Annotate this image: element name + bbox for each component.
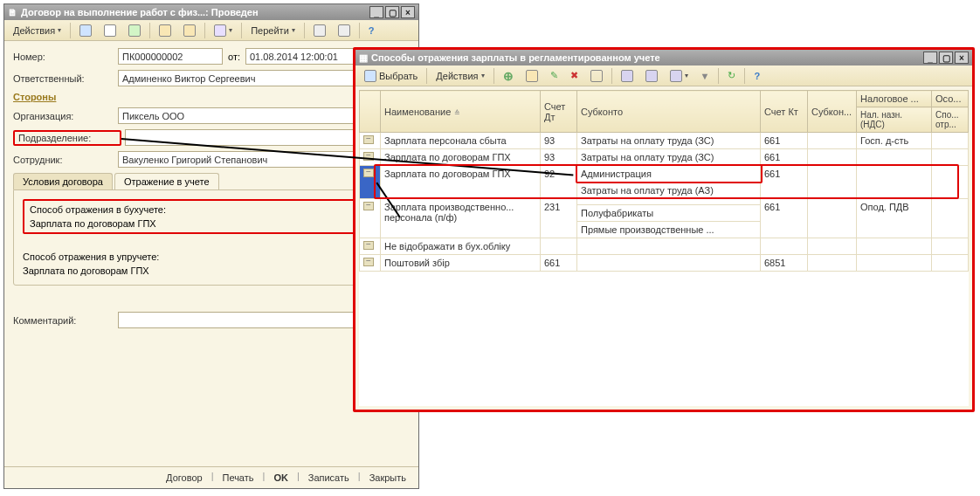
toolbar-icon[interactable] (209, 22, 238, 39)
help-icon[interactable]: ? (363, 22, 380, 39)
toolbar: Выбрать Действия ⊕ ✎ ✖ ▼ ↻ ? (355, 65, 972, 86)
window-title: Договор на выполнение работ с физ...: Пр… (21, 7, 368, 17)
table-row[interactable]: Зарплата персонала сбыта 93 Затраты на о… (360, 133, 969, 149)
app-icon: ▦ (359, 52, 368, 64)
goto-menu[interactable]: Перейти (245, 22, 300, 39)
print-button[interactable]: Печать (217, 471, 259, 485)
col-subkt[interactable]: Субкон... (808, 91, 857, 133)
col-name[interactable]: Наименование≙ (381, 91, 541, 133)
ot-label: от: (228, 52, 240, 62)
footer: Договор| Печать| OK| Записать| Закрыть (4, 466, 418, 488)
minimize-button[interactable]: _ (923, 52, 937, 64)
date-input[interactable]: 01.08.2014 12:00:01 (245, 48, 359, 65)
toolbar-icon[interactable] (178, 22, 201, 39)
toolbar-icon[interactable] (665, 67, 694, 85)
toolbar-icon[interactable] (616, 67, 638, 85)
table-row[interactable]: Зарплата по договорам ГПХ 92 Администрац… (360, 166, 969, 183)
responsible-label: Ответственный: (13, 73, 118, 84)
toolbar-icon[interactable] (308, 22, 331, 39)
mgmt-method-label: Способ отражения в упручете: (23, 251, 400, 262)
maximize-button[interactable]: ▢ (939, 52, 953, 64)
mgmt-method-input[interactable]: Зарплата по договорам ГПХ (23, 265, 400, 276)
minimize-button[interactable]: _ (369, 6, 383, 18)
copy-icon[interactable] (521, 67, 543, 85)
reflection-table[interactable]: Наименование≙ Счет Дт Субконто Счет Кт С… (359, 90, 969, 272)
window-title: Способы отражения зарплаты в регламентир… (371, 52, 921, 63)
col-kt[interactable]: Счет Кт (761, 91, 808, 133)
toolbar-icon[interactable] (99, 22, 121, 39)
edit-icon[interactable]: ✎ (545, 67, 563, 85)
maximize-button[interactable]: ▢ (385, 6, 399, 18)
dogovor-button[interactable]: Договор (161, 471, 208, 485)
dept-label: Подразделение: (18, 133, 116, 143)
number-input[interactable]: ПК000000002 (118, 48, 223, 65)
close-button[interactable]: × (955, 52, 969, 64)
col-nds[interactable]: Нал. назн. (НДС) (857, 107, 932, 133)
table-row[interactable]: Не відображати в бух.обліку (360, 238, 969, 255)
tab-conditions[interactable]: Условия договора (13, 173, 113, 189)
toolbar-icon[interactable] (123, 22, 146, 39)
emp-label: Сотрудник: (13, 155, 118, 165)
table-row[interactable]: Зарплата производственно... персонала (п… (360, 199, 969, 205)
help-icon[interactable]: ? (749, 67, 765, 85)
title-bar: 🗎 Договор на выполнение работ с физ...: … (4, 4, 418, 20)
tab-reflection[interactable]: Отражение в учете (114, 173, 219, 189)
table-row[interactable]: Поштовий збір 661 6851 (360, 255, 969, 272)
delete-icon[interactable]: ✖ (565, 67, 583, 85)
col-oso[interactable]: Осо... (932, 91, 969, 107)
col-sub[interactable]: Субконто (577, 91, 761, 133)
table-row[interactable]: Зарплата по договорам ГПХ 93 Затраты на … (360, 149, 969, 166)
toolbar-icon[interactable] (74, 22, 97, 39)
number-label: Номер: (13, 52, 118, 62)
org-label: Организация: (13, 111, 118, 121)
choose-button[interactable]: Выбрать (359, 67, 423, 85)
toolbar-icon[interactable] (585, 67, 608, 85)
sides-section: Стороны (13, 92, 410, 102)
actions-menu[interactable]: Действия (431, 67, 489, 85)
toolbar-icon[interactable] (333, 22, 355, 39)
comment-label: Комментарий: (13, 315, 118, 326)
title-bar: ▦ Способы отражения зарплаты в регламент… (355, 50, 972, 65)
write-button[interactable]: Записать (303, 471, 355, 485)
toolbar-icon[interactable] (154, 22, 176, 39)
col-dt[interactable]: Счет Дт (541, 91, 577, 133)
acc-method-input[interactable]: Зарплата по договорам ГПХ (30, 218, 393, 229)
close-button[interactable]: × (401, 6, 415, 18)
toolbar: Действия Перейти ? (4, 20, 418, 41)
close-button-footer[interactable]: Закрыть (364, 471, 411, 485)
acc-method-label: Способ отражения в бухучете: (30, 204, 393, 215)
filter-icon[interactable]: ▼ (695, 67, 715, 85)
col-spo[interactable]: Спо... отр... (932, 107, 969, 133)
refresh-icon[interactable]: ↻ (722, 67, 741, 85)
app-icon: 🗎 (8, 7, 17, 17)
actions-menu[interactable]: Действия (8, 22, 66, 39)
ok-button[interactable]: OK (268, 471, 293, 485)
toolbar-icon[interactable] (640, 67, 663, 85)
col-tax[interactable]: Налоговое ... (857, 91, 932, 107)
add-icon[interactable]: ⊕ (498, 67, 519, 85)
